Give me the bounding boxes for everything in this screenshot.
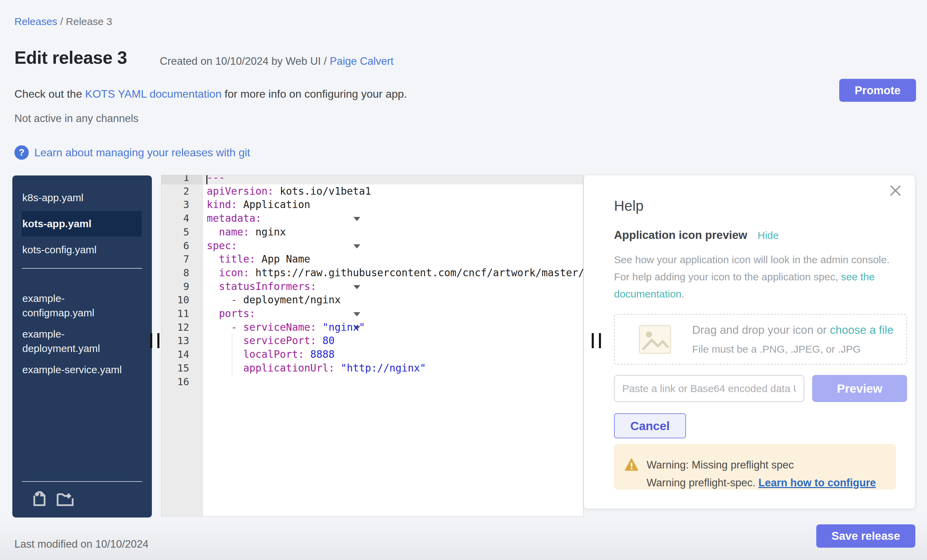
fold-arrow-icon[interactable]: [353, 217, 360, 221]
code-line-11[interactable]: 11 ports:: [161, 307, 583, 320]
code-text: ---: [207, 175, 225, 184]
file-tree-item-k8s-app.yaml[interactable]: k8s-app.yaml: [12, 187, 135, 208]
code-line-2[interactable]: 2apiVersion: kots.io/v1beta1: [161, 184, 583, 198]
save-release-button[interactable]: Save release: [816, 524, 915, 548]
description-suffix: .: [682, 288, 684, 299]
line-number: 6: [161, 239, 189, 253]
fold-arrow-icon[interactable]: [353, 312, 360, 316]
line-number: 11: [161, 307, 189, 320]
help-panel-title: Help: [614, 198, 643, 214]
line-number: 10: [161, 293, 189, 307]
fold-arrow-icon[interactable]: [353, 285, 360, 289]
preview-button[interactable]: Preview: [812, 375, 907, 402]
promote-button[interactable]: Promote: [839, 79, 916, 102]
line-number: 16: [161, 375, 189, 389]
line-number: 1: [161, 175, 189, 184]
code-line-6[interactable]: 6spec:: [161, 239, 583, 253]
indent-guide: [232, 334, 233, 375]
file-tree-footer-divider: [22, 481, 142, 482]
warning-icon: [625, 458, 638, 473]
code-line-3[interactable]: 3kind: Application: [161, 198, 583, 211]
file-tree-item-example-service.yaml[interactable]: example-service.yaml: [12, 359, 135, 380]
channel-status-text: Not active in any channels: [14, 112, 138, 125]
code-text: servicePort: 80: [207, 334, 334, 348]
kots-yaml-docs-link[interactable]: KOTS YAML documentation: [85, 88, 222, 100]
code-line-8[interactable]: 8 icon: https://raw.githubusercontent.co…: [161, 266, 583, 280]
code-line-5[interactable]: 5 name: nginx: [161, 225, 583, 239]
code-line-15[interactable]: 15 applicationUrl: "http://nginx": [161, 361, 583, 375]
line-number: 13: [161, 334, 189, 348]
code-line-7[interactable]: 7 title: App Name: [161, 252, 583, 266]
warning-text: Warning preflight-spec.: [647, 477, 758, 489]
help-panel-resize-handle[interactable]: [592, 333, 601, 348]
code-line-9[interactable]: 9 statusInformers:: [161, 280, 583, 293]
help-panel: Help Application icon preview Hide See h…: [584, 175, 915, 509]
new-folder-icon[interactable]: [56, 491, 74, 507]
file-tree-item-example-deployment.yaml[interactable]: example-deployment.yaml: [12, 323, 135, 359]
warning-title: Warning: Missing preflight spec: [647, 459, 794, 471]
breadcrumb-releases-link[interactable]: Releases: [14, 16, 57, 27]
byline-text: Created on 10/10/2024 by Web UI /: [160, 55, 330, 67]
release-byline: Created on 10/10/2024 by Web UI / Paige …: [160, 55, 394, 68]
docs-info-line: Check out the KOTS YAML documentation fo…: [14, 88, 407, 100]
dropzone-hint: File must be a .PNG, .JPEG, or .JPG: [692, 343, 861, 355]
warning-detail: Warning preflight-spec. Learn how to con…: [647, 477, 876, 489]
line-number: 9: [161, 280, 189, 293]
icon-preview-section-header: Application icon preview Hide: [614, 229, 778, 241]
page-title: Edit release 3: [14, 47, 127, 68]
breadcrumb-current: Release 3: [66, 16, 112, 27]
icon-url-input[interactable]: [614, 375, 804, 402]
close-icon[interactable]: [889, 184, 902, 197]
code-line-1[interactable]: 1---: [161, 175, 583, 184]
file-tree-item-example-configmap.yaml[interactable]: example-configmap.yaml: [12, 288, 135, 323]
line-number: 15: [161, 361, 189, 375]
code-text: applicationUrl: "http://nginx": [207, 361, 426, 375]
code-text: apiVersion: kots.io/v1beta1: [207, 184, 371, 198]
code-text: icon: https://raw.githubusercontent.com/…: [207, 266, 584, 280]
code-text: - deployment/nginx: [207, 293, 341, 307]
line-number: 8: [161, 266, 189, 280]
line-number: 7: [161, 252, 189, 266]
image-placeholder-icon: [639, 325, 671, 355]
line-number: 14: [161, 348, 189, 361]
cancel-button[interactable]: Cancel: [614, 413, 686, 439]
code-line-12[interactable]: 12 - serviceName: "nginx": [161, 320, 583, 334]
dropzone-instruction: Drag and drop your icon or choose a file: [692, 323, 894, 337]
file-tree: k8s-app.yamlkots-app.yamlkots-config.yam…: [12, 176, 152, 380]
fold-arrow-icon[interactable]: [353, 244, 360, 249]
file-tree-divider: [22, 268, 142, 269]
code-line-14[interactable]: 14 localPort: 8888: [161, 348, 583, 361]
code-text: metadata:: [207, 211, 261, 225]
code-line-4[interactable]: 4metadata:: [161, 211, 583, 225]
icon-preview-section-title: Application icon preview: [614, 229, 748, 241]
code-text: title: App Name: [207, 252, 310, 266]
file-tree-item-kots-config.yaml[interactable]: kots-config.yaml: [12, 239, 135, 261]
release-editor-page: Releases / Release 3 Edit release 3 Crea…: [0, 0, 927, 560]
breadcrumb: Releases / Release 3: [14, 16, 112, 27]
last-modified-text: Last modified on 10/10/2024: [14, 538, 149, 550]
code-text: spec:: [207, 239, 237, 253]
choose-file-link[interactable]: choose a file: [830, 323, 894, 336]
code-text: name: nginx: [207, 225, 286, 239]
code-text: statusInformers:: [207, 280, 316, 293]
text-cursor: [207, 175, 207, 184]
code-text: - serviceName: "nginx": [207, 320, 365, 334]
file-tree-item-kots-app.yaml[interactable]: kots-app.yaml: [21, 211, 141, 237]
code-line-13[interactable]: 13 servicePort: 80: [161, 334, 583, 348]
configure-preflight-link[interactable]: Learn how to configure: [758, 477, 876, 489]
hide-link[interactable]: Hide: [758, 230, 779, 241]
preflight-warning-box: Warning: Missing preflight spec Warning …: [614, 444, 896, 489]
sidebar-resize-handle[interactable]: [150, 333, 160, 348]
code-line-10[interactable]: 10 - deployment/nginx: [161, 293, 583, 307]
byline-author-link[interactable]: Paige Calvert: [330, 55, 394, 67]
breadcrumb-separator: /: [57, 16, 66, 27]
git-releases-help-link[interactable]: Learn about managing your releases with …: [34, 146, 250, 159]
line-number: 5: [161, 225, 189, 239]
line-number: 2: [161, 184, 189, 198]
icon-dropzone[interactable]: Drag and drop your icon or choose a file…: [614, 314, 907, 365]
new-file-icon[interactable]: [32, 491, 47, 507]
file-tree-panel: k8s-app.yamlkots-app.yamlkots-config.yam…: [12, 176, 152, 518]
code-line-16[interactable]: 16: [161, 375, 583, 389]
question-circle-icon: ?: [14, 145, 29, 160]
code-editor[interactable]: 1---2apiVersion: kots.io/v1beta13kind: A…: [161, 175, 584, 516]
